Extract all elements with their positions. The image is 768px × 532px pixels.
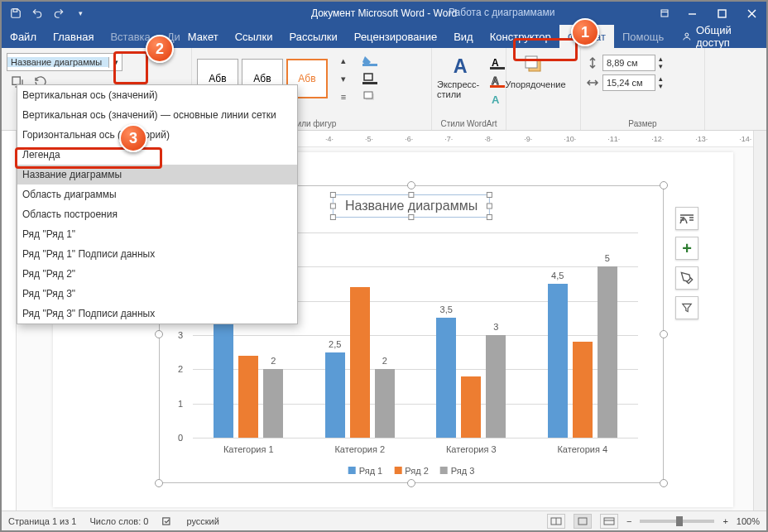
spellcheck-icon[interactable] — [161, 515, 173, 527]
svg-rect-25 — [604, 518, 614, 525]
view-web-layout-button[interactable] — [600, 514, 618, 529]
bar[interactable]: 2 — [263, 369, 283, 438]
resize-handle-n[interactable] — [407, 181, 415, 189]
bar[interactable]: 3 — [486, 335, 506, 438]
menu-layout[interactable]: Макет — [180, 25, 227, 48]
bar[interactable] — [461, 376, 481, 438]
shape-outline-icon[interactable] — [360, 70, 380, 87]
stepper-icon[interactable]: ▴▾ — [659, 55, 663, 70]
chart-legend[interactable]: Ряд 1Ряд 2Ряд 3 — [348, 466, 475, 476]
menu-references[interactable]: Ссылки — [227, 25, 281, 48]
annotation-callout-3: 3 — [119, 124, 147, 152]
zoom-slider[interactable] — [640, 520, 714, 523]
text-fill-icon[interactable]: A — [487, 55, 507, 72]
menu-constructor[interactable]: Конструктор — [482, 25, 559, 48]
bar[interactable] — [350, 287, 370, 438]
annotation-callout-1: 1 — [571, 18, 599, 46]
chart-title[interactable]: Название диаграммы — [333, 194, 490, 218]
shape-fill-icon[interactable] — [360, 52, 380, 69]
chart-element-dropdown[interactable]: Вертикальная ось (значений)Вертикальная … — [17, 84, 298, 324]
arrange-button[interactable]: Упорядочение — [510, 51, 561, 93]
resize-handle-w[interactable] — [155, 330, 163, 338]
title-handle[interactable] — [330, 192, 336, 198]
resize-handle-se[interactable] — [660, 479, 668, 487]
status-word-count[interactable]: Число слов: 0 — [89, 516, 148, 526]
dropdown-item[interactable]: Вертикальная ось (значений) — [17, 85, 297, 105]
vertical-ruler — [2, 131, 17, 510]
legend-item[interactable]: Ряд 1 — [348, 466, 383, 476]
share-button[interactable]: Общий доступ — [672, 25, 766, 48]
text-effects-icon[interactable]: A — [487, 92, 507, 108]
shape-width-input[interactable]: 15,24 см — [602, 74, 655, 91]
zoom-in-button[interactable]: + — [722, 516, 727, 526]
view-read-mode-button[interactable] — [547, 514, 565, 529]
chart-styles-button[interactable] — [675, 266, 698, 290]
shape-effects-icon[interactable] — [360, 89, 380, 105]
resize-handle-ne[interactable] — [660, 181, 668, 189]
status-page[interactable]: Страница 1 из 1 — [8, 516, 76, 526]
vertical-scrollbar[interactable] — [753, 131, 766, 510]
title-handle[interactable] — [487, 192, 492, 198]
dropdown-item[interactable]: Ряд "Ряд 2" — [17, 264, 297, 284]
zoom-out-button[interactable]: − — [626, 516, 631, 526]
bar[interactable] — [238, 356, 258, 438]
menu-view[interactable]: Вид — [445, 25, 482, 48]
text-outline-icon[interactable]: A — [487, 74, 507, 90]
style-gallery-up-icon[interactable]: ▴ — [334, 52, 353, 69]
zoom-thumb[interactable] — [676, 516, 683, 526]
legend-item[interactable]: Ряд 3 — [440, 466, 475, 476]
status-language[interactable]: русский — [186, 516, 218, 526]
dropdown-item[interactable]: Область диаграммы — [17, 185, 297, 204]
legend-item[interactable]: Ряд 2 — [394, 466, 429, 476]
chart-elements-button[interactable]: + — [675, 237, 698, 260]
title-handle[interactable] — [487, 214, 492, 220]
title-handle[interactable] — [330, 214, 336, 220]
minimize-button[interactable] — [677, 2, 707, 25]
style-gallery-down-icon[interactable]: ▾ — [334, 70, 353, 87]
dropdown-item[interactable]: Область построения — [17, 204, 297, 224]
shape-height-input[interactable]: 8,89 см — [602, 55, 655, 71]
dropdown-item[interactable]: Вертикальная ось (значений) — основные л… — [17, 105, 297, 125]
bar[interactable]: 3,5 — [436, 318, 456, 438]
dropdown-item[interactable]: Название диаграммы — [17, 165, 297, 185]
title-handle[interactable] — [409, 192, 415, 198]
menu-home[interactable]: Главная — [45, 25, 102, 48]
dropdown-item[interactable]: Горизонтальная ось (категорий) — [17, 125, 297, 145]
bar[interactable]: 2,5 — [325, 352, 345, 438]
bar[interactable] — [573, 342, 593, 438]
express-styles-button[interactable]: A Экспресс-стили — [435, 51, 487, 103]
resize-handle-s[interactable] — [407, 479, 415, 487]
ribbon-options-icon[interactable] — [652, 2, 677, 25]
menu-review[interactable]: Рецензирование — [346, 25, 445, 48]
dropdown-item[interactable]: Легенда — [17, 145, 297, 165]
redo-icon[interactable] — [51, 6, 66, 21]
qat-dropdown-icon[interactable]: ▾ — [73, 6, 88, 21]
maximize-button[interactable] — [707, 2, 737, 25]
zoom-level[interactable]: 100% — [737, 516, 760, 526]
menu-file[interactable]: Файл — [2, 25, 45, 48]
dropdown-item[interactable]: Ряд "Ряд 1" — [17, 224, 297, 244]
menu-help[interactable]: Помощь — [614, 25, 672, 48]
bar[interactable]: 4,5 — [548, 284, 568, 438]
stepper-icon[interactable]: ▴▾ — [659, 75, 663, 90]
view-print-layout-button[interactable] — [574, 514, 592, 529]
menu-mailings[interactable]: Рассылки — [281, 25, 345, 48]
chart-element-selector[interactable]: Название диаграммы ▾ — [7, 53, 122, 71]
dropdown-item[interactable]: Ряд "Ряд 3" — [17, 284, 297, 304]
layout-options-button[interactable] — [675, 207, 698, 230]
title-handle[interactable] — [487, 204, 492, 209]
dropdown-item[interactable]: Ряд "Ряд 3" Подписи данных — [17, 304, 297, 324]
save-icon[interactable] — [8, 6, 23, 21]
undo-icon[interactable] — [30, 6, 45, 21]
bar[interactable]: 5 — [598, 266, 617, 438]
resize-handle-sw[interactable] — [155, 479, 163, 487]
title-handle[interactable] — [409, 214, 415, 220]
style-gallery-more-icon[interactable]: ≡ — [334, 89, 353, 105]
close-button[interactable] — [737, 2, 766, 25]
chart-filters-button[interactable] — [675, 296, 698, 319]
title-handle[interactable] — [330, 204, 336, 209]
bar[interactable]: 2 — [375, 369, 395, 438]
resize-handle-e[interactable] — [660, 330, 668, 338]
chevron-down-icon[interactable]: ▾ — [108, 57, 122, 68]
dropdown-item[interactable]: Ряд "Ряд 1" Подписи данных — [17, 244, 297, 264]
